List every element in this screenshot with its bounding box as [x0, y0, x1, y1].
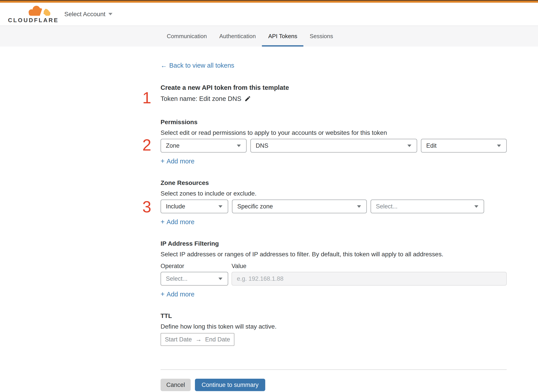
zone-mode-select[interactable]: Include [161, 200, 228, 213]
tab-api-tokens[interactable]: API Tokens [262, 26, 303, 47]
account-selector[interactable]: Select Account [64, 11, 112, 18]
start-date-placeholder: Start Date [165, 336, 192, 343]
add-more-zones-label: Add more [167, 218, 195, 226]
ip-operator-select[interactable]: Select... [161, 272, 228, 285]
zone-resources-heading: Zone Resources [161, 179, 507, 187]
footer-divider [161, 369, 507, 370]
chevron-down-icon [407, 145, 411, 147]
chevron-down-icon [218, 205, 222, 208]
chevron-down-icon [357, 205, 361, 208]
permissions-section: Permissions Select edit or read permissi… [161, 118, 507, 165]
ttl-description: Define how long this token will stay act… [161, 323, 507, 330]
permissions-description: Select edit or read permissions to apply… [161, 129, 507, 137]
tab-communication[interactable]: Communication [161, 26, 213, 47]
permission-scope-select[interactable]: Zone [161, 139, 247, 153]
add-more-zones-link[interactable]: + Add more [161, 218, 195, 226]
permission-resource-value: DNS [256, 142, 404, 149]
ttl-section: TTL Define how long this token will stay… [161, 312, 507, 346]
add-more-permissions-label: Add more [167, 157, 195, 165]
permissions-heading: Permissions [161, 118, 507, 126]
permission-access-value: Edit [426, 142, 493, 149]
permissions-row: Zone DNS Edit [161, 139, 507, 153]
permission-scope-value: Zone [166, 142, 233, 149]
brand-top-bar [0, 1, 538, 3]
cancel-button[interactable]: Cancel [161, 379, 191, 391]
zone-resources-description: Select zones to include or exclude. [161, 190, 507, 197]
zone-picker-select[interactable]: Select... [370, 200, 484, 213]
back-arrow-icon: ← [161, 62, 167, 69]
continue-to-summary-button[interactable]: Continue to summary [195, 379, 265, 391]
ttl-date-range-picker[interactable]: Start Date → End Date [161, 333, 234, 346]
cloudflare-logo: CLOUDFLARE [8, 5, 51, 23]
step-1-marker: 1 [139, 90, 155, 106]
ip-filtering-labels: Operator Value [161, 262, 507, 270]
ip-operator-placeholder: Select... [166, 275, 215, 282]
zone-type-select[interactable]: Specific zone [232, 200, 367, 213]
ip-filtering-section: IP Address Filtering Select IP addresses… [161, 240, 507, 298]
chevron-down-icon [218, 278, 222, 280]
ip-filtering-row: Select... [161, 272, 507, 285]
token-name-row: Token name: Edit zone DNS [161, 95, 507, 103]
ip-value-input[interactable] [232, 272, 507, 285]
ip-filtering-description: Select IP addresses or ranges of IP addr… [161, 251, 507, 258]
token-name-label: Token name: Edit zone DNS [161, 95, 241, 103]
footer-actions: Cancel Continue to summary [161, 379, 507, 391]
cloudflare-cloud-icon [28, 5, 51, 17]
ip-filtering-heading: IP Address Filtering [161, 240, 507, 247]
cloudflare-logo-text: CLOUDFLARE [8, 17, 59, 23]
chevron-down-icon [497, 145, 501, 147]
end-date-placeholder: End Date [205, 336, 230, 343]
ttl-heading: TTL [161, 312, 507, 320]
app-header: CLOUDFLARE Select Account [0, 3, 538, 25]
page-title: Create a new API token from this templat… [161, 84, 507, 91]
permission-access-select[interactable]: Edit [421, 139, 507, 153]
plus-icon: + [161, 290, 164, 298]
tab-group: Communication Authentication API Tokens … [161, 26, 339, 47]
token-template-form: 1 2 3 ← Back to view all tokens Create a… [161, 47, 507, 391]
value-label: Value [232, 262, 246, 270]
chevron-down-icon [474, 205, 478, 208]
permission-resource-select[interactable]: DNS [250, 139, 417, 153]
operator-label: Operator [161, 262, 232, 270]
tab-sessions[interactable]: Sessions [303, 26, 339, 47]
account-selector-label: Select Account [64, 11, 105, 18]
zone-resources-section: Zone Resources Select zones to include o… [161, 179, 507, 226]
plus-icon: + [161, 157, 164, 165]
zone-picker-placeholder: Select... [376, 203, 471, 210]
edit-token-name-button[interactable] [244, 95, 251, 102]
chevron-down-icon [237, 145, 241, 147]
zone-type-value: Specific zone [237, 203, 354, 210]
zone-resources-row: Include Specific zone Select... [161, 200, 507, 213]
back-to-tokens-link[interactable]: ← Back to view all tokens [161, 62, 234, 69]
step-3-marker: 3 [139, 199, 155, 215]
tab-authentication[interactable]: Authentication [213, 26, 262, 47]
back-link-label: Back to view all tokens [169, 62, 234, 69]
pencil-icon [244, 95, 251, 102]
step-2-marker: 2 [139, 137, 155, 153]
add-more-permissions-link[interactable]: + Add more [161, 157, 195, 165]
chevron-down-icon [108, 13, 112, 15]
add-more-ips-label: Add more [167, 290, 195, 298]
plus-icon: + [161, 218, 164, 226]
profile-tabbar: Communication Authentication API Tokens … [0, 25, 538, 47]
zone-mode-value: Include [166, 203, 215, 210]
right-arrow-icon: → [195, 336, 201, 343]
add-more-ips-link[interactable]: + Add more [161, 290, 195, 298]
